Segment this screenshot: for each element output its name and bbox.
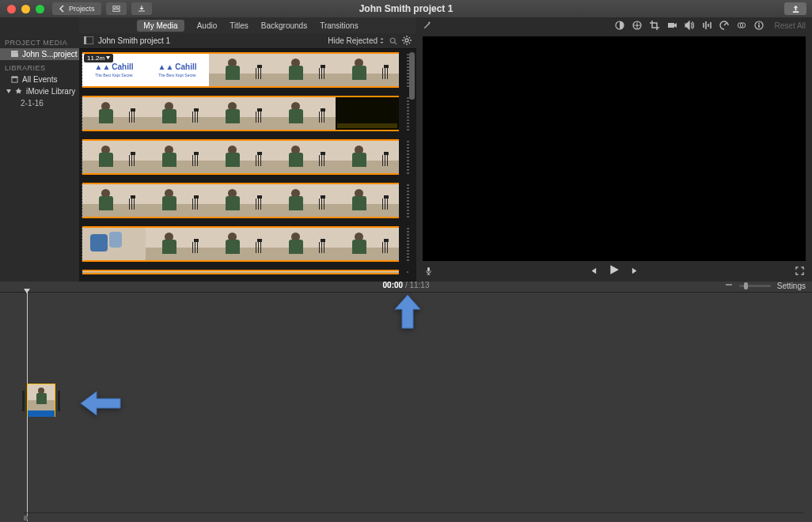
microphone-icon <box>424 267 433 275</box>
voiceover-button[interactable] <box>424 264 433 278</box>
browser-settings[interactable] <box>402 36 412 47</box>
fullscreen-button[interactable] <box>795 264 804 278</box>
clip-strip[interactable]: 11.2m ▲▲ CahillThe Best Kept Secret ▲▲ C… <box>82 52 408 88</box>
noise-reduce-button[interactable] <box>702 21 711 30</box>
color-balance-button[interactable] <box>615 21 624 30</box>
skip-back-icon <box>589 267 598 275</box>
speaker-icon <box>685 21 694 30</box>
clip-strip[interactable] <box>82 183 408 218</box>
sidebar-item-imovie-library[interactable]: iMovie Library <box>0 85 79 97</box>
svg-rect-20 <box>726 284 732 286</box>
speed-button[interactable] <box>719 21 729 30</box>
media-browser: My Media Audio Titles Backgrounds Transi… <box>79 17 416 282</box>
gear-icon <box>402 36 412 45</box>
tab-transitions[interactable]: Transitions <box>320 21 359 30</box>
svg-rect-2 <box>112 9 119 11</box>
filter-dropdown[interactable]: Hide Rejected <box>328 36 385 45</box>
color-correct-button[interactable] <box>632 21 642 30</box>
equalizer-icon <box>702 21 711 30</box>
import-button[interactable] <box>131 2 152 15</box>
sidebar-item-event[interactable]: 2-1-16 <box>0 97 79 109</box>
timeline-clip[interactable] <box>27 384 55 417</box>
svg-point-17 <box>758 23 760 25</box>
color-balance-icon <box>615 21 624 30</box>
prev-button[interactable] <box>589 264 598 278</box>
svg-rect-18 <box>758 25 760 28</box>
search-field[interactable] <box>389 37 397 45</box>
color-wheel-icon <box>632 21 642 30</box>
reset-all-button[interactable]: Reset All <box>775 21 806 30</box>
clip-strip[interactable] <box>82 139 408 175</box>
clip-handle-right[interactable] <box>58 391 60 411</box>
zoom-out-icon <box>725 281 733 290</box>
clip-strip[interactable] <box>82 226 408 262</box>
updown-icon <box>379 38 385 44</box>
browser-scrollbar[interactable] <box>409 52 415 100</box>
svg-rect-19 <box>427 267 430 272</box>
clip-duration-badge: 11.2m <box>84 54 113 62</box>
clip-handle-left[interactable] <box>22 391 25 411</box>
volume-button[interactable] <box>685 21 694 30</box>
filter-label: Hide Rejected <box>328 36 378 45</box>
annotation-arrow-up <box>392 293 423 333</box>
sidebar-item-project[interactable]: John S...project 1 <box>0 48 79 60</box>
star-icon <box>15 88 22 95</box>
tab-titles[interactable]: Titles <box>230 21 249 30</box>
svg-rect-5 <box>12 77 17 78</box>
camera-icon <box>667 21 677 30</box>
fullscreen-icon <box>795 267 804 275</box>
sidebar-heading-libraries: LIBRARIES <box>0 62 79 74</box>
svg-rect-0 <box>112 6 115 8</box>
overlap-circles-icon <box>737 21 746 30</box>
sidebar-event-label: 2-1-16 <box>21 99 44 108</box>
search-icon <box>389 37 397 45</box>
svg-point-12 <box>636 25 638 27</box>
timeline[interactable]: 00:00 / 11:13 Settings <box>0 282 812 522</box>
calendar-icon <box>11 76 18 83</box>
play-button[interactable] <box>609 264 620 278</box>
sidebar-all-events-label: All Events <box>22 75 57 84</box>
wand-icon <box>423 21 431 29</box>
tab-audio[interactable]: Audio <box>197 21 218 30</box>
tab-my-media[interactable]: My Media <box>137 20 184 32</box>
browser-title: John Smith project 1 <box>98 36 170 45</box>
zoom-slider[interactable] <box>739 285 771 287</box>
sidebar-heading-project-media: PROJECT MEDIA <box>0 36 79 48</box>
clip-strip[interactable] <box>82 96 408 131</box>
crop-button[interactable] <box>650 21 659 30</box>
info-button[interactable] <box>754 21 764 30</box>
stabilize-button[interactable] <box>667 21 677 30</box>
info-icon <box>754 21 764 30</box>
window-close[interactable] <box>7 5 16 13</box>
svg-rect-1 <box>116 6 119 8</box>
clip-strip[interactable] <box>82 270 408 274</box>
next-button[interactable] <box>631 264 639 278</box>
projects-label: Projects <box>69 5 95 13</box>
filter-button[interactable] <box>737 21 746 30</box>
projects-back-button[interactable]: Projects <box>52 2 101 15</box>
annotation-arrow-left <box>79 389 122 421</box>
clapper-icon <box>11 51 18 58</box>
preview-viewer: Reset All <box>416 17 812 282</box>
disclosure-triangle-icon <box>6 89 11 94</box>
share-button[interactable] <box>784 2 806 15</box>
browser-tabs: My Media Audio Titles Backgrounds Transi… <box>79 17 416 33</box>
preview-canvas[interactable] <box>423 36 806 261</box>
sidebar-project-label: John S...project 1 <box>22 50 79 59</box>
media-view-button[interactable] <box>106 2 127 15</box>
svg-point-8 <box>390 38 395 43</box>
tab-backgrounds[interactable]: Backgrounds <box>261 21 307 30</box>
window-zoom[interactable] <box>36 5 44 13</box>
enhance-button[interactable] <box>423 21 431 31</box>
window-minimize[interactable] <box>21 5 30 13</box>
settings-button[interactable]: Settings <box>777 282 806 290</box>
timeline-timecode: 00:00 / 11:13 <box>383 281 430 289</box>
timeline-footer <box>24 513 804 520</box>
sidebar-toggle[interactable] <box>84 36 93 46</box>
share-icon <box>791 5 800 13</box>
skip-forward-icon <box>631 267 639 275</box>
sidebar-item-all-events[interactable]: All Events <box>0 74 79 85</box>
crop-icon <box>650 21 659 30</box>
speedometer-icon <box>719 21 729 30</box>
svg-rect-3 <box>11 53 18 57</box>
